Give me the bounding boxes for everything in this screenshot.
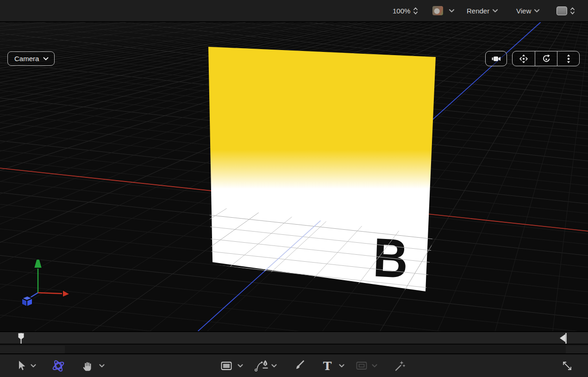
pan-hand-icon	[82, 360, 94, 372]
camera-move-button-group	[512, 51, 580, 66]
timeline-scrollbar[interactable]	[0, 344, 588, 353]
view-control-buttons	[485, 51, 580, 66]
orbit-view-button[interactable]	[535, 51, 557, 66]
gizmo-x-axis	[38, 290, 70, 297]
select-icon	[15, 360, 26, 372]
channels-menu[interactable]	[432, 0, 455, 21]
zoom-level-value: 100%	[393, 7, 410, 15]
motion-canvas-window: 100% Render View B	[0, 0, 588, 377]
stepper-icon[interactable]	[413, 7, 418, 15]
transform-3d-tool-button[interactable]	[51, 359, 65, 373]
adjustments-icon	[394, 360, 406, 372]
adjustments-tool-button[interactable]	[394, 360, 406, 372]
pan-view-icon	[518, 53, 529, 64]
display-option-control[interactable]	[557, 0, 575, 21]
canvas-top-toolbar: 100% Render View	[0, 0, 588, 22]
bezier-pen-icon	[254, 359, 270, 372]
select-tool-dropdown[interactable]	[31, 364, 37, 368]
resize-canvas-handle[interactable]	[561, 360, 573, 372]
pan-hand-tool-button[interactable]	[82, 360, 94, 372]
scrollbar-left-segment[interactable]	[0, 346, 65, 353]
select-tool-button[interactable]	[15, 360, 26, 372]
text-tool-button[interactable]: T	[323, 360, 332, 371]
zoom-level-control[interactable]: 100%	[393, 0, 418, 21]
display-chip-icon	[557, 6, 567, 15]
world-axes-gizmo	[14, 252, 74, 308]
resize-diagonal-icon	[561, 360, 573, 372]
grid-3d-foreground	[0, 22, 588, 331]
pan-hand-tool-dropdown[interactable]	[99, 364, 105, 368]
camera-view-button[interactable]	[485, 51, 507, 66]
view-menu[interactable]: View	[516, 0, 540, 21]
scrollbar-right-segment[interactable]	[566, 346, 588, 353]
paint-stroke-tool-button[interactable]	[292, 359, 305, 372]
mini-timeline[interactable]	[0, 331, 588, 344]
rectangle-icon	[220, 360, 232, 371]
play-range-start-icon[interactable]	[15, 333, 25, 344]
canvas-3d-viewport[interactable]: B Camera	[0, 22, 588, 331]
dolly-view-icon	[563, 53, 574, 64]
camera-menu-button[interactable]: Camera	[7, 51, 55, 66]
play-range-end-icon[interactable]	[558, 333, 568, 344]
transform-3d-icon	[51, 359, 65, 373]
view-menu-label: View	[516, 7, 531, 15]
chevron-down-icon	[534, 9, 540, 13]
pan-view-button[interactable]	[513, 51, 535, 66]
camera-menu-label: Camera	[14, 55, 39, 63]
render-menu[interactable]: Render	[467, 0, 498, 21]
orbit-view-icon	[541, 53, 552, 64]
chevron-down-icon	[43, 57, 49, 61]
bezier-pen-tool-dropdown[interactable]	[271, 364, 277, 368]
mask-tool-button[interactable]	[356, 361, 368, 371]
chevron-down-icon	[449, 9, 455, 13]
rectangle-tool-button[interactable]	[220, 360, 232, 371]
bezier-pen-tool-button[interactable]	[254, 359, 270, 372]
gizmo-y-axis	[34, 259, 42, 293]
text-tool-dropdown[interactable]	[339, 364, 345, 368]
text-tool-glyph: T	[323, 360, 332, 371]
render-menu-label: Render	[467, 7, 489, 15]
canvas-toolbar: T	[0, 353, 588, 377]
stepper-icon[interactable]	[570, 7, 575, 15]
camera-view-icon	[491, 53, 502, 64]
mask-icon	[356, 361, 368, 371]
mask-tool-dropdown[interactable]	[372, 364, 378, 368]
dolly-view-button[interactable]	[557, 51, 579, 66]
color-swatch-icon	[432, 6, 443, 15]
paint-stroke-icon	[292, 359, 305, 372]
rectangle-tool-dropdown[interactable]	[238, 364, 244, 368]
gizmo-z-axis	[22, 293, 38, 307]
chevron-down-icon	[492, 9, 498, 13]
